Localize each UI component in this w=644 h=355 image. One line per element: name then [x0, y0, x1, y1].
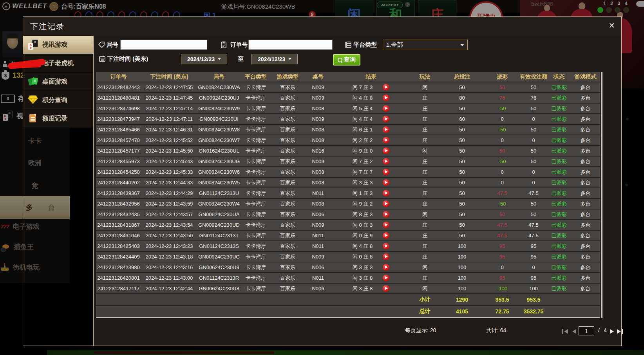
cell-result: 闲 0 庄 3	[332, 220, 410, 230]
order-filter-input[interactable]	[248, 40, 333, 50]
replay-video-icon[interactable]	[383, 116, 389, 122]
cell-total-bet: 50	[440, 209, 485, 220]
cell-table-no: N008	[304, 82, 332, 93]
col-header-valid-bet: 有效投注额	[520, 72, 547, 82]
subtotal-row-valid-bet: 953.5	[520, 294, 547, 306]
cell-payout: 50	[485, 82, 520, 93]
replay-video-icon[interactable]	[383, 158, 389, 165]
cell-status: 已派彩	[547, 220, 571, 230]
replay-video-icon[interactable]	[383, 84, 389, 91]
platform-select[interactable]: 1.全部	[383, 40, 468, 50]
cell-game-mode: 多台	[571, 198, 600, 209]
cell-payout: 0	[485, 167, 520, 177]
cell-status: 已派彩	[547, 283, 571, 294]
empty-cell	[96, 306, 141, 318]
replay-video-icon[interactable]	[383, 179, 389, 186]
table-scrollbar[interactable]	[601, 72, 602, 318]
round-filter-input[interactable]	[120, 40, 207, 50]
replay-video-icon[interactable]	[383, 126, 389, 133]
cell-result: 闲 9 庄 2	[332, 198, 410, 209]
empty-cell	[141, 294, 197, 306]
cell-result: 闲 0 庄 9	[332, 230, 410, 241]
empty-cell	[332, 306, 410, 318]
next-page-button[interactable]	[610, 329, 614, 334]
cell-total-bet: 50	[440, 146, 485, 156]
nav-tab-video-games[interactable]: 9K♥ 视讯游戏	[23, 36, 93, 54]
date-from-select[interactable]: 2024/12/23	[181, 54, 227, 64]
platform-list-icon	[345, 41, 352, 48]
cell-bet-type: 庄	[410, 220, 440, 230]
replay-video-icon[interactable]	[383, 243, 389, 249]
grand-total-row-payout: 72.75	[485, 306, 520, 318]
bet-record-row: 2412231284746982024-12-23 12:47:14GN0082…	[96, 103, 600, 114]
close-icon[interactable]: ✕	[608, 21, 615, 30]
search-button[interactable]: 查询	[333, 54, 360, 66]
replay-video-icon[interactable]	[383, 190, 389, 197]
cell-status: 已派彩	[547, 262, 571, 273]
cell-round-no: GN00924C230UD	[197, 220, 241, 230]
cell-bet-time: 2024-12-23 12:43:50	[141, 230, 197, 241]
cell-bet-type: 庄	[410, 241, 440, 251]
cell-order-no: 241223128473947	[96, 114, 141, 124]
page-number-input[interactable]: 1	[579, 326, 594, 335]
cell-total-bet: 50	[440, 177, 485, 188]
bet-record-row: 2412231284239802024-12-23 12:43:16GN0062…	[96, 262, 600, 273]
prev-page-button[interactable]	[572, 329, 576, 334]
filter-row-2: 下注时间 (美东) 2024/12/23 至 2024/12/23 查询	[94, 54, 621, 66]
cell-game-mode: 多台	[571, 82, 600, 93]
cell-status: 已派彩	[547, 251, 571, 262]
replay-video-icon[interactable]	[383, 275, 389, 281]
page-separator: /	[598, 327, 600, 333]
cell-round-no: GN00624C230U9	[197, 262, 241, 273]
cell-bet-type: 庄	[410, 167, 440, 177]
table-games-cards-icon: $	[28, 76, 38, 87]
bet-records-modal: 下注记录 ✕ 9K♥ 视讯游戏 777 电子老虎机 $ 桌面游戏 积分查询	[23, 16, 622, 346]
cell-game-mode: 多台	[571, 93, 600, 103]
replay-video-icon[interactable]	[383, 169, 389, 175]
chevron-down-icon	[288, 58, 291, 60]
cell-result: 闲 7 庄 3	[332, 82, 410, 93]
nav-tab-quota-records[interactable]: 额度记录	[23, 109, 93, 128]
cell-order-no: 241223128482443	[96, 82, 141, 93]
replay-video-icon[interactable]	[383, 285, 389, 292]
replay-video-icon[interactable]	[383, 137, 389, 144]
replay-video-icon[interactable]	[383, 105, 389, 112]
replay-video-icon[interactable]	[383, 95, 389, 101]
cell-bet-time: 2024-12-23 12:43:23	[141, 241, 197, 251]
bet-record-row: 2412231284542582024-12-23 12:45:33GN0082…	[96, 167, 600, 177]
cell-platform: 卡卡湾厅	[241, 230, 271, 241]
empty-cell	[197, 306, 241, 318]
empty-cell	[304, 294, 332, 306]
cell-total-bet: 50	[440, 230, 485, 241]
cell-valid-bet: 50	[520, 198, 547, 209]
replay-video-icon[interactable]	[383, 200, 389, 207]
first-page-button[interactable]	[562, 329, 568, 334]
bet-record-row: 2412231284318672024-12-23 12:43:54GN0092…	[96, 220, 600, 230]
bet-record-row: 2412231284208012024-12-23 12:43:00GN0112…	[96, 273, 600, 283]
nav-tab-points-query[interactable]: 积分查询	[23, 91, 93, 109]
cell-game-type: 百家乐	[271, 124, 304, 135]
cell-round-no: GN00924C230UI	[197, 114, 241, 124]
nav-tab-table-games[interactable]: $ 桌面游戏	[23, 73, 93, 91]
cell-valid-bet: 0	[520, 114, 547, 124]
cell-round-no: GN00924C230UG	[197, 156, 241, 167]
subtotal-row: 小计1290353.5953.5	[96, 294, 600, 306]
cell-bet-time: 2024-12-23 12:45:52	[141, 135, 197, 146]
replay-video-icon[interactable]	[383, 232, 389, 239]
replay-video-icon[interactable]	[383, 147, 389, 154]
replay-video-icon[interactable]	[383, 222, 389, 228]
replay-video-icon[interactable]	[383, 264, 389, 271]
cell-valid-bet: 0	[520, 167, 547, 177]
replay-video-icon[interactable]	[383, 211, 389, 218]
cell-bet-type: 庄	[410, 251, 440, 262]
cell-order-no: 241223128431046	[96, 230, 141, 241]
bet-record-row: 2412231284739472024-12-23 12:47:11GN0092…	[96, 114, 600, 124]
cell-bet-time: 2024-12-23 12:45:50	[141, 146, 197, 156]
cell-round-no: GN00824C230W5	[197, 177, 241, 188]
replay-video-icon[interactable]	[383, 253, 389, 260]
cell-table-no: N011	[304, 230, 332, 241]
last-page-button[interactable]	[617, 329, 623, 334]
date-to-select[interactable]: 2024/12/23	[251, 54, 298, 64]
cell-payout: 0	[485, 177, 520, 188]
cell-platform: 卡卡湾厅	[241, 283, 271, 294]
